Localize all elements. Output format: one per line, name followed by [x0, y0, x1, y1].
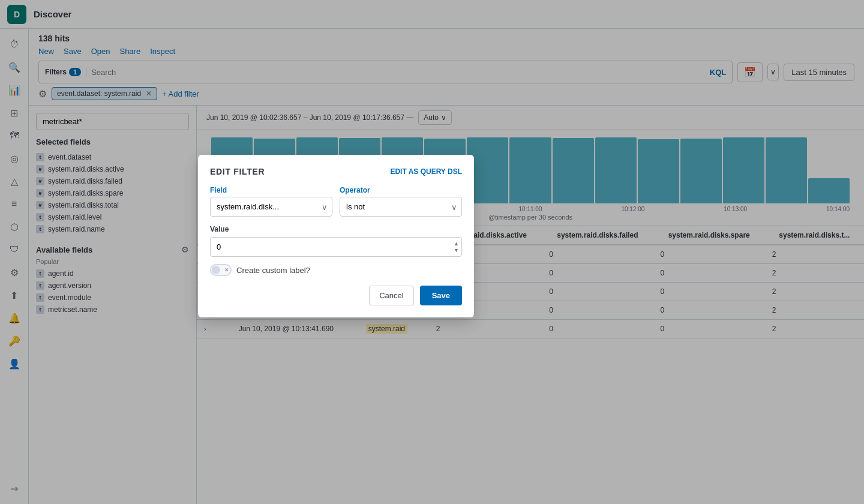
custom-label-row: ✕ Create custom label?	[210, 264, 462, 276]
value-label: Value	[210, 225, 462, 233]
modal-footer: Cancel Save	[210, 286, 462, 305]
operator-select[interactable]: is not	[340, 197, 462, 217]
field-select[interactable]: system.raid.disk...	[210, 197, 332, 217]
field-select-wrapper[interactable]: system.raid.disk... ∨	[210, 197, 332, 217]
cancel-button[interactable]: Cancel	[369, 286, 413, 305]
save-filter-button[interactable]: Save	[420, 286, 462, 305]
edit-as-query-dsl-button[interactable]: EDIT AS QUERY DSL	[390, 167, 462, 176]
operator-select-wrapper[interactable]: is not ∨	[340, 197, 462, 217]
value-input[interactable]	[210, 237, 462, 257]
custom-label-text: Create custom label?	[236, 266, 310, 275]
edit-filter-modal: EDIT FILTER EDIT AS QUERY DSL Field syst…	[198, 155, 474, 317]
modal-header: EDIT FILTER EDIT AS QUERY DSL	[210, 167, 462, 176]
custom-label-toggle[interactable]: ✕	[210, 264, 232, 276]
field-label: Field	[210, 186, 332, 194]
value-increment-button[interactable]: ▲	[453, 241, 460, 247]
modal-title: EDIT FILTER	[210, 167, 265, 176]
modal-overlay[interactable]: EDIT FILTER EDIT AS QUERY DSL Field syst…	[0, 0, 864, 504]
operator-label: Operator	[340, 186, 462, 194]
value-decrement-button[interactable]: ▼	[453, 247, 460, 254]
